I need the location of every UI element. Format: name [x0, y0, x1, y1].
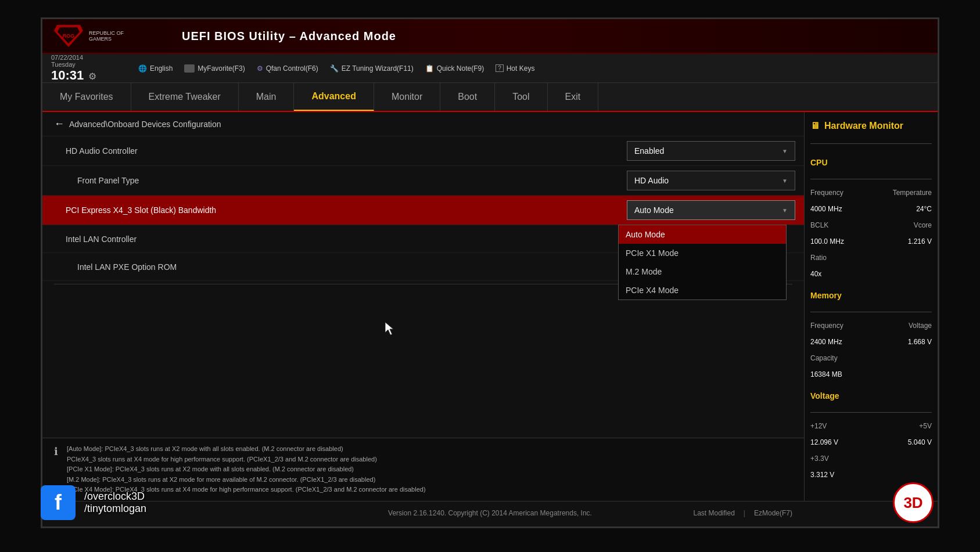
social-handle-2: /tinytomlogan	[84, 503, 146, 515]
volt-12-label-row: +12V +5V	[810, 422, 932, 430]
logo-text: REPUBLIC OF GAMERS	[89, 30, 124, 42]
cpu-bclk-label-row: BCLK Vcore	[810, 221, 932, 229]
cpu-ratio-label-row: Ratio	[810, 254, 932, 262]
tab-tool[interactable]: Tool	[495, 83, 547, 111]
cursor-icon	[385, 322, 397, 338]
setting-row-hd-audio: HD Audio Controller Enabled ▼	[42, 136, 804, 166]
bios-title: UEFI BIOS Utility – Advanced Mode	[182, 30, 396, 43]
monitor-icon: 🖥	[810, 121, 820, 131]
tab-tweaker[interactable]: Extreme Tweaker	[131, 83, 239, 111]
intel-pxe-label: Intel LAN PXE Option ROM	[42, 255, 618, 279]
cpu-bclk-value-row: 100.0 MHz 1.216 V	[810, 237, 932, 246]
cpu-ratio-value-row: 40x	[810, 270, 932, 278]
dropdown-item-x4[interactable]: PCIe X4 Mode	[619, 281, 786, 300]
social-handles: /overclock3D /tinytomlogan	[84, 490, 146, 515]
pci-express-dropdown-menu[interactable]: Auto Mode PCIe X1 Mode M.2 Mode PCIe X4 …	[618, 225, 787, 300]
myfavorite-btn[interactable]: MyFavorite(F3)	[184, 64, 245, 73]
top-bar: ROG REPUBLIC OF GAMERS UEFI BIOS Utility…	[42, 19, 938, 54]
myfavorite-icon	[184, 64, 195, 73]
chevron-down-icon-2: ▼	[782, 178, 788, 184]
hd-audio-value[interactable]: Enabled ▼	[618, 136, 804, 165]
tab-favorites[interactable]: My Favorites	[42, 83, 131, 111]
memory-section-title: Memory	[810, 291, 932, 300]
hd-audio-dropdown[interactable]: Enabled ▼	[627, 141, 795, 161]
footer-separator: |	[744, 509, 745, 517]
cpu-section-title: CPU	[810, 158, 932, 167]
cpu-divider	[810, 179, 932, 179]
content-wrapper: ← Advanced\Onboard Devices Configuration…	[42, 112, 938, 501]
dropdown-item-m2[interactable]: M.2 Mode	[619, 262, 786, 281]
cpu-frequency-row: Frequency Temperature	[810, 189, 932, 197]
mem-capacity-label-row: Capacity	[810, 354, 932, 362]
brand-logo: 3D	[893, 482, 934, 523]
dropdown-item-auto[interactable]: Auto Mode	[619, 225, 786, 244]
chevron-down-icon: ▼	[782, 148, 788, 154]
eztuning-icon: 🔧	[330, 64, 339, 73]
quicknote-icon: 📋	[425, 64, 434, 73]
setting-row-front-panel: Front Panel Type HD Audio ▼	[42, 166, 804, 196]
ez-mode-btn[interactable]: EzMode(F7)	[754, 509, 792, 517]
version-text: Version 2.16.1240. Copyright (C) 2014 Am…	[388, 509, 592, 517]
date: 07/22/2014 Tuesday	[51, 54, 127, 68]
tab-monitor[interactable]: Monitor	[374, 83, 440, 111]
volt-12-value-row: 12.096 V 5.040 V	[810, 438, 932, 446]
hd-audio-label: HD Audio Controller	[42, 139, 618, 163]
voltage-section-title: Voltage	[810, 391, 932, 401]
front-panel-label: Front Panel Type	[42, 169, 618, 192]
pci-express-value[interactable]: Auto Mode ▼ Auto Mode PCIe X1 Mode	[618, 196, 804, 225]
toolbar: 07/22/2014 Tuesday 10:31 ⚙ 🌐 English MyF…	[42, 54, 938, 83]
volt-divider	[810, 412, 932, 413]
logo-area: ROG REPUBLIC OF GAMERS	[54, 25, 182, 47]
setting-row-pci-express: PCI Express X4_3 Slot (Black) Bandwidth …	[42, 196, 804, 225]
clock: 10:31	[51, 68, 84, 82]
tab-advanced[interactable]: Advanced	[294, 83, 374, 111]
mem-freq-value-row: 2400 MHz 1.668 V	[810, 338, 932, 346]
svg-marker-3	[385, 322, 393, 335]
language-btn[interactable]: 🌐 English	[138, 64, 173, 73]
hotkeys-icon: ?	[496, 64, 504, 72]
tab-exit[interactable]: Exit	[548, 83, 599, 111]
volt-33-value-row: 3.312 V	[810, 471, 932, 479]
nav-tabs: My Favorites Extreme Tweaker Main Advanc…	[42, 83, 938, 112]
divider-top	[810, 143, 932, 144]
qfan-icon: ⚙	[257, 64, 263, 73]
front-panel-dropdown[interactable]: HD Audio ▼	[627, 171, 795, 190]
info-bar: ℹ [Auto Mode]: PCIeX4_3 slots runs at X2…	[42, 438, 804, 501]
info-text: [Auto Mode]: PCIeX4_3 slots runs at X2 m…	[67, 444, 792, 495]
quicknote-btn[interactable]: 📋 Quick Note(F9)	[425, 64, 484, 73]
empty-area	[42, 287, 804, 438]
volt-33-label-row: +3.3V	[810, 454, 932, 463]
facebook-icon: f	[41, 485, 76, 520]
social-handle-1: /overclock3D	[84, 490, 146, 503]
cpu-frequency-value-row: 4000 MHz 24°C	[810, 205, 932, 213]
qfan-btn[interactable]: ⚙ Qfan Control(F6)	[257, 64, 318, 73]
intel-lan-label: Intel LAN Controller	[42, 228, 618, 251]
pci-express-label: PCI Express X4_3 Slot (Black) Bandwidth	[42, 199, 618, 222]
hardware-monitor-panel: 🖥 Hardware Monitor CPU Frequency Tempera…	[804, 112, 938, 501]
globe-icon: 🌐	[138, 64, 147, 73]
tab-boot[interactable]: Boot	[440, 83, 495, 111]
chevron-down-icon-3: ▼	[782, 207, 788, 214]
hw-monitor-title: 🖥 Hardware Monitor	[810, 118, 932, 134]
main-content: ← Advanced\Onboard Devices Configuration…	[42, 112, 804, 501]
social-overlay: f /overclock3D /tinytomlogan	[41, 485, 146, 520]
front-panel-value[interactable]: HD Audio ▼	[618, 166, 804, 195]
datetime: 07/22/2014 Tuesday 10:31 ⚙	[51, 54, 127, 83]
last-modified-label: Last Modified	[693, 509, 734, 517]
eztuning-btn[interactable]: 🔧 EZ Tuning Wizard(F11)	[330, 64, 414, 73]
rog-logo: ROG	[54, 25, 83, 47]
footer: Version 2.16.1240. Copyright (C) 2014 Am…	[42, 501, 938, 524]
svg-text:ROG: ROG	[63, 33, 75, 39]
settings-gear-icon[interactable]: ⚙	[88, 71, 96, 81]
dropdown-item-x1[interactable]: PCIe X1 Mode	[619, 244, 786, 262]
mem-capacity-value-row: 16384 MB	[810, 370, 932, 378]
footer-right: Last Modified | EzMode(F7)	[693, 509, 792, 517]
mem-freq-label-row: Frequency Voltage	[810, 322, 932, 330]
mem-divider	[810, 312, 932, 312]
pci-express-dropdown[interactable]: Auto Mode ▼	[627, 200, 795, 220]
breadcrumb: ← Advanced\Onboard Devices Configuration	[42, 112, 804, 136]
settings-table: HD Audio Controller Enabled ▼ Front Pane…	[42, 136, 804, 287]
tab-main[interactable]: Main	[239, 83, 295, 111]
back-arrow-icon[interactable]: ←	[54, 118, 64, 130]
hotkeys-btn[interactable]: ? Hot Keys	[496, 64, 534, 73]
